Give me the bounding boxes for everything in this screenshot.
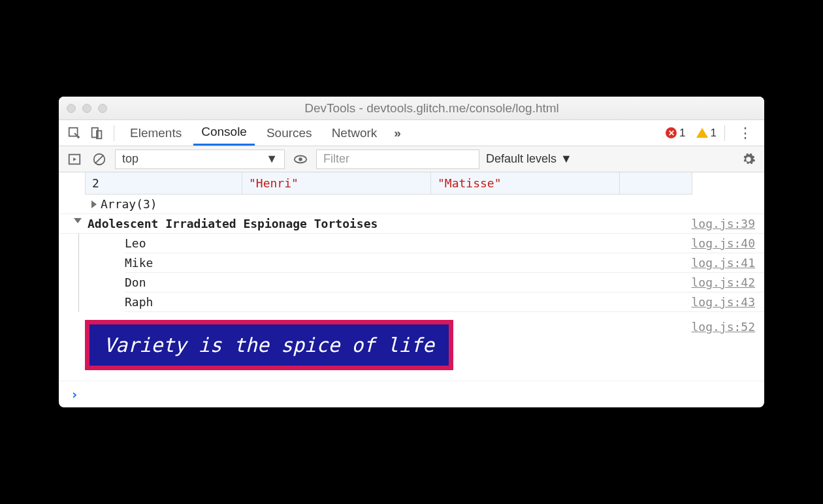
warning-count: 1 bbox=[711, 127, 717, 140]
window-title: DevTools - devtools.glitch.me/console/lo… bbox=[107, 101, 756, 116]
error-count: 1 bbox=[679, 127, 685, 140]
minimize-window-button[interactable] bbox=[82, 104, 91, 113]
group-title: Adolescent Irradiated Espionage Tortoise… bbox=[84, 217, 691, 230]
log-row[interactable]: Mike log.js:41 bbox=[125, 253, 764, 273]
close-window-button[interactable] bbox=[67, 104, 76, 113]
table-cell-first: "Henri" bbox=[242, 172, 431, 194]
table-cell-last: "Matisse" bbox=[431, 172, 620, 194]
tab-network[interactable]: Network bbox=[324, 122, 385, 144]
styled-log-row[interactable]: Variety is the spice of life log.js:52 bbox=[59, 312, 764, 381]
tab-sources[interactable]: Sources bbox=[259, 122, 320, 144]
kebab-menu-icon[interactable]: ⋮ bbox=[733, 125, 758, 142]
live-expression-icon[interactable] bbox=[291, 150, 310, 168]
log-message: Don bbox=[125, 276, 691, 289]
chevron-down-icon: ▼ bbox=[266, 152, 278, 166]
zoom-window-button[interactable] bbox=[98, 104, 107, 113]
error-icon: ✕ bbox=[666, 127, 677, 138]
array-summary-row[interactable]: Array(3) bbox=[59, 195, 764, 214]
log-message: Raph bbox=[125, 295, 691, 309]
table-cell-empty bbox=[620, 172, 692, 194]
gear-icon[interactable] bbox=[739, 150, 758, 168]
clear-console-icon[interactable] bbox=[90, 150, 108, 168]
device-toolbar-icon[interactable] bbox=[88, 124, 106, 142]
source-link[interactable]: log.js:39 bbox=[691, 217, 755, 230]
titlebar: DevTools - devtools.glitch.me/console/lo… bbox=[59, 97, 764, 120]
divider bbox=[114, 125, 114, 141]
log-levels-select[interactable]: Default levels ▼ bbox=[486, 152, 572, 166]
context-label: top bbox=[122, 152, 138, 166]
source-link[interactable]: log.js:43 bbox=[691, 295, 755, 309]
log-row[interactable]: Leo log.js:40 bbox=[125, 234, 764, 253]
levels-label: Default levels bbox=[486, 152, 557, 166]
source-link[interactable]: log.js:41 bbox=[691, 256, 755, 270]
inspect-icon[interactable] bbox=[65, 124, 84, 142]
table-row[interactable]: 2 "Henri" "Matisse" bbox=[85, 172, 692, 195]
divider bbox=[724, 125, 725, 141]
prompt-chevron-icon: › bbox=[71, 386, 78, 402]
toggle-sidebar-icon[interactable] bbox=[65, 150, 84, 168]
expand-icon[interactable] bbox=[91, 200, 97, 208]
array-label: Array(3) bbox=[101, 197, 157, 211]
log-message: Leo bbox=[125, 236, 691, 250]
traffic-lights bbox=[67, 104, 107, 113]
devtools-window: DevTools - devtools.glitch.me/console/lo… bbox=[59, 97, 764, 407]
error-badge[interactable]: ✕ 1 bbox=[666, 127, 685, 140]
execution-context-select[interactable]: top ▼ bbox=[115, 150, 285, 169]
log-row[interactable]: Don log.js:42 bbox=[125, 273, 764, 292]
source-link[interactable]: log.js:52 bbox=[691, 320, 755, 334]
log-row[interactable]: Raph log.js:43 bbox=[125, 292, 764, 312]
log-message: Mike bbox=[125, 256, 691, 270]
styled-log-message: Variety is the spice of life bbox=[85, 320, 453, 370]
table-cell-index: 2 bbox=[86, 172, 242, 194]
group-header-row[interactable]: Adolescent Irradiated Espionage Tortoise… bbox=[59, 214, 764, 234]
svg-line-5 bbox=[95, 155, 104, 163]
warning-icon bbox=[696, 128, 708, 138]
group-children: Leo log.js:40 Mike log.js:41 Don log.js:… bbox=[78, 234, 764, 312]
chevron-down-icon: ▼ bbox=[560, 152, 572, 166]
console-output: 2 "Henri" "Matisse" Array(3) Adolescent … bbox=[59, 172, 764, 407]
filter-input[interactable] bbox=[316, 150, 479, 169]
console-toolbar: top ▼ Default levels ▼ bbox=[59, 146, 764, 172]
panel-tabs: Elements Console Sources Network » ✕ 1 1… bbox=[59, 120, 764, 146]
svg-point-7 bbox=[299, 157, 302, 161]
warning-badge[interactable]: 1 bbox=[696, 127, 717, 140]
collapse-icon[interactable] bbox=[74, 218, 82, 223]
tab-elements[interactable]: Elements bbox=[122, 122, 189, 144]
tab-console[interactable]: Console bbox=[193, 121, 255, 146]
source-link[interactable]: log.js:42 bbox=[691, 276, 755, 289]
console-prompt[interactable]: › bbox=[59, 381, 764, 407]
overflow-tabs-button[interactable]: » bbox=[389, 126, 406, 140]
source-link[interactable]: log.js:40 bbox=[691, 236, 755, 250]
